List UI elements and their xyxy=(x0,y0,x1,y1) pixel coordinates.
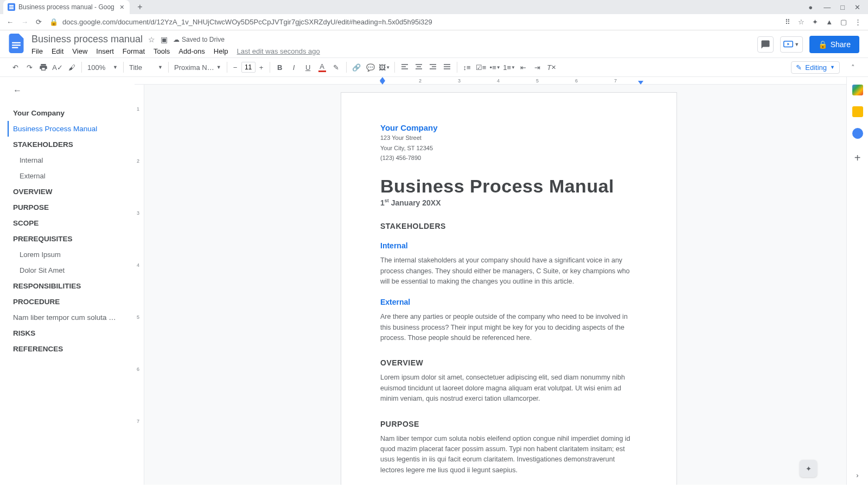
close-window-icon[interactable]: ✕ xyxy=(854,3,860,11)
font-size-input[interactable] xyxy=(241,62,256,73)
menu-help[interactable]: Help xyxy=(214,47,228,55)
docs-logo-icon[interactable] xyxy=(7,34,26,53)
body-paragraph[interactable]: Nam liber tempor cum soluta nobis eleife… xyxy=(380,434,637,476)
section-heading[interactable]: STAKEHOLDERS xyxy=(380,222,637,230)
ruler-right-marker[interactable] xyxy=(638,81,643,85)
bullet-list-button[interactable]: •≡▼ xyxy=(489,61,502,74)
outline-item[interactable]: External xyxy=(13,168,128,184)
redo-button[interactable]: ↷ xyxy=(23,61,36,74)
outline-item[interactable]: RESPONSIBILITIES xyxy=(13,278,128,294)
number-list-button[interactable]: 1≡▼ xyxy=(503,61,516,74)
print-button[interactable] xyxy=(37,61,50,74)
insert-image-button[interactable]: 🖼▼ xyxy=(378,61,391,74)
align-left-button[interactable] xyxy=(398,61,411,74)
paragraph-style-select[interactable]: Title▼ xyxy=(127,61,165,74)
forward-icon[interactable]: → xyxy=(21,18,28,26)
zoom-select[interactable]: 100%▼ xyxy=(85,61,120,74)
outline-item[interactable]: Lorem Ipsum xyxy=(13,247,128,262)
bookmark-icon[interactable]: ☆ xyxy=(798,18,805,26)
subsection-heading[interactable]: External xyxy=(380,298,637,306)
new-tab-button[interactable]: + xyxy=(134,1,146,13)
menu-insert[interactable]: Insert xyxy=(96,47,114,55)
minimize-icon[interactable]: — xyxy=(824,3,831,11)
last-edit-link[interactable]: Last edit was seconds ago xyxy=(237,47,320,55)
body-paragraph[interactable]: Lorem ipsum dolor sit amet, consectetuer… xyxy=(380,373,637,404)
document-title[interactable]: Business process manual xyxy=(31,34,143,45)
calendar-icon[interactable] xyxy=(852,85,863,95)
paint-format-button[interactable]: 🖌 xyxy=(65,61,78,74)
address-line[interactable]: 123 Your Street xyxy=(380,133,637,143)
reload-icon[interactable]: ⟳ xyxy=(36,18,42,26)
outline-item[interactable]: Business Process Manual xyxy=(8,121,128,137)
company-name[interactable]: Your Company xyxy=(380,123,637,132)
align-center-button[interactable] xyxy=(412,61,425,74)
insert-comment-button[interactable]: 💬 xyxy=(364,61,377,74)
font-size-increase[interactable]: + xyxy=(257,62,266,73)
underline-button[interactable]: U xyxy=(302,61,315,74)
outline-item[interactable]: Internal xyxy=(13,152,128,168)
document-main-title[interactable]: Business Process Manual xyxy=(380,176,637,197)
indent-decrease-button[interactable]: ⇤ xyxy=(517,61,530,74)
subsection-heading[interactable]: Internal xyxy=(380,241,637,250)
document-canvas[interactable]: 1234567 1234567 Your Company 123 Your St… xyxy=(135,77,846,485)
menu-view[interactable]: View xyxy=(72,47,87,55)
addons-plus-icon[interactable]: + xyxy=(854,152,861,164)
present-button[interactable]: ▼ xyxy=(780,36,803,53)
highlight-button[interactable]: ✎ xyxy=(330,61,343,74)
chrome-menu-icon[interactable]: ⋮ xyxy=(854,18,861,26)
browser-tab[interactable]: Business process manual - Goog × xyxy=(3,0,130,14)
editing-mode-button[interactable]: ✎ Editing ▼ xyxy=(791,61,840,74)
tasks-icon[interactable] xyxy=(852,128,863,139)
keep-icon[interactable] xyxy=(852,106,863,117)
share-button[interactable]: 🔒 Share xyxy=(809,36,859,53)
outline-item[interactable]: SCOPE xyxy=(13,215,128,231)
close-tab-icon[interactable]: × xyxy=(120,3,124,11)
font-select[interactable]: Proxima N…▼ xyxy=(172,61,224,74)
menu-file[interactable]: File xyxy=(31,47,43,55)
align-justify-button[interactable] xyxy=(441,61,454,74)
outline-item[interactable]: PREREQUISITES xyxy=(13,231,128,247)
translate-icon[interactable]: ⠿ xyxy=(785,18,790,26)
extension-icon[interactable]: ▲ xyxy=(826,18,833,26)
outline-close-icon[interactable]: ← xyxy=(13,86,128,95)
address-phone[interactable]: (123) 456-7890 xyxy=(380,153,637,163)
section-heading[interactable]: OVERVIEW xyxy=(380,358,637,367)
collapse-toolbar-button[interactable]: ˄ xyxy=(846,61,859,74)
url-field[interactable]: 🔒 docs.google.com/document/d/12YzA_1v_NH… xyxy=(49,18,777,26)
checklist-button[interactable]: ☑≡ xyxy=(475,61,488,74)
horizontal-ruler[interactable]: 1234567 xyxy=(135,77,846,85)
outline-item[interactable]: Dolor Sit Amet xyxy=(13,262,128,278)
section-heading[interactable]: PURPOSE xyxy=(380,420,637,428)
star-icon[interactable]: ☆ xyxy=(148,35,155,44)
maximize-icon[interactable]: □ xyxy=(840,3,845,11)
outline-item[interactable]: OVERVIEW xyxy=(13,184,128,200)
outline-item[interactable]: Your Company xyxy=(13,105,128,121)
explore-button[interactable]: ✦ xyxy=(800,460,817,477)
text-color-button[interactable]: A xyxy=(316,61,329,74)
outline-item[interactable]: Nam liber tempor cum soluta … xyxy=(13,310,128,325)
ruler-indent-marker[interactable] xyxy=(380,77,385,81)
insert-link-button[interactable]: 🔗 xyxy=(350,61,363,74)
document-page[interactable]: Your Company 123 Your Street Your City, … xyxy=(341,92,677,485)
outline-item[interactable]: PURPOSE xyxy=(13,200,128,215)
outline-item[interactable]: PROCEDURE xyxy=(13,294,128,310)
body-paragraph[interactable]: Are there any parties or people outside … xyxy=(380,312,637,343)
side-panel-collapse-icon[interactable]: › xyxy=(856,471,858,479)
outline-item[interactable]: STAKEHOLDERS xyxy=(13,137,128,152)
outline-item[interactable]: RISKS xyxy=(13,325,128,341)
menu-tools[interactable]: Tools xyxy=(154,47,170,55)
move-folder-icon[interactable]: ▣ xyxy=(161,35,168,44)
menu-edit[interactable]: Edit xyxy=(52,47,63,55)
extensions-icon[interactable]: ✦ xyxy=(812,18,818,26)
spellcheck-button[interactable]: A✓ xyxy=(51,61,64,74)
back-icon[interactable]: ← xyxy=(7,18,14,26)
clear-format-button[interactable]: T✕ xyxy=(545,61,558,74)
body-paragraph[interactable]: The internal stakeholders at your compan… xyxy=(380,255,637,287)
profile-icon[interactable]: ▢ xyxy=(840,18,847,26)
outline-item[interactable]: REFERENCES xyxy=(13,341,128,357)
italic-button[interactable]: I xyxy=(288,61,301,74)
document-date[interactable]: 1st January 20XX xyxy=(380,198,637,207)
cloud-saved-status[interactable]: ☁Saved to Drive xyxy=(173,36,225,43)
account-icon[interactable]: ● xyxy=(808,3,813,11)
bold-button[interactable]: B xyxy=(273,61,286,74)
